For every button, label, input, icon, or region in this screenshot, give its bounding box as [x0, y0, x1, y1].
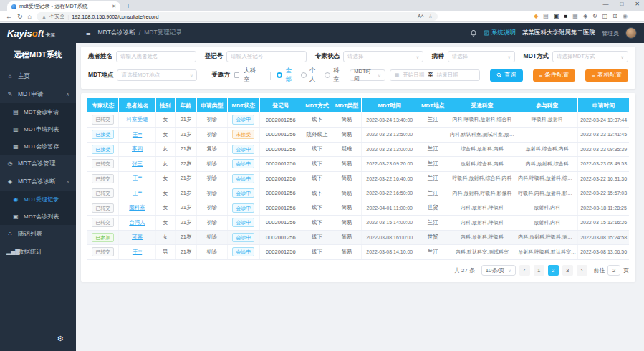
sidebar-submenu: ◉MDT受理记录▣MDT会诊列表	[0, 191, 76, 225]
disease-select[interactable]: 请选择∨	[448, 51, 515, 62]
column-header-invited[interactable]: 受邀科室	[448, 98, 516, 112]
collections-icon[interactable]: ⊞	[612, 14, 617, 19]
address-bar[interactable]: ▲ 不安全 | 192.168.0.156:9002/consultate/re…	[37, 12, 438, 21]
back-icon[interactable]: ←	[6, 14, 12, 20]
split-screen-icon[interactable]: ◫	[602, 14, 608, 19]
cell-invited: 放射科,综合科,内科	[448, 157, 516, 172]
sidebar-item-mdt-apply-list[interactable]: ▥MDT申请列表	[0, 120, 76, 138]
cell-age: 21岁	[175, 128, 196, 143]
column-header-apply_type[interactable]: 申请类型	[197, 98, 227, 112]
gear-icon[interactable]: ⚙	[57, 335, 64, 342]
column-header-expert[interactable]: 专家状态	[87, 98, 119, 112]
read-aloud-icon[interactable]: A˄	[418, 14, 424, 19]
browser-tab[interactable]: mdt受理记录 - 远程MDT系统 ✕	[7, 1, 120, 11]
patient-name-input[interactable]: 请输入患者姓名	[116, 51, 196, 62]
page-button-1[interactable]: 1	[534, 265, 544, 276]
column-header-sex[interactable]: 性别	[155, 98, 175, 112]
sidebar-item-mdt-record[interactable]: ◉MDT受理记录	[0, 191, 76, 208]
column-header-type[interactable]: MDT类型	[332, 98, 362, 112]
tab-close-icon[interactable]: ✕	[112, 4, 116, 9]
star-icon[interactable]: ☆	[428, 14, 433, 19]
goto-label: 前往	[594, 266, 605, 274]
sidebar-item-mdt-manage[interactable]: ◷MDT会诊管理	[0, 155, 76, 173]
register-no-input[interactable]: 请输入登记号	[226, 51, 307, 62]
system-help-link[interactable]: 系统说明	[484, 29, 516, 37]
radio-个人[interactable]	[301, 72, 307, 78]
minimize-icon[interactable]: —	[602, 1, 608, 7]
mdt-mode-select[interactable]: 请选择MDT方式∨	[552, 51, 628, 62]
sidebar-item-mdt-consult-draft[interactable]: ▦MDT会诊暂存	[0, 138, 76, 155]
close-icon[interactable]: ✕	[635, 1, 640, 7]
sidebar-item-mdt-consult-apply[interactable]: ▤MDT会诊申请	[0, 103, 76, 120]
sidebar-item-mdt-diagnosis[interactable]: ◈MDT会诊诊断∧	[0, 173, 76, 191]
patient-name-link[interactable]: 王**	[133, 190, 142, 196]
radio-label-全部[interactable]: 全部	[285, 67, 293, 84]
radio-label-个人[interactable]: 个人	[309, 67, 317, 84]
patient-name-link[interactable]: 可其	[132, 234, 143, 240]
sidebar-item-label: MDT会诊诊断	[18, 178, 55, 186]
big-dept-checkbox[interactable]	[234, 72, 239, 78]
sidebar-item-mdt-consult-list[interactable]: ▣MDT会诊列表	[0, 208, 76, 225]
extension-icon-4[interactable]: ■	[564, 14, 567, 19]
extension-icon-5[interactable]: ▦	[572, 14, 578, 19]
patient-name-link[interactable]: 张三	[132, 160, 143, 167]
radio-label-科室[interactable]: 科室	[333, 67, 341, 84]
sidebar-item-mdt-apply[interactable]: ✎MDT申请∧	[0, 85, 76, 103]
sync-icon[interactable]: ↻	[592, 14, 597, 19]
column-header-status[interactable]: MDT状态	[227, 98, 259, 112]
page-button-2[interactable]: 2	[548, 265, 559, 276]
cell-apply_type: 初诊	[197, 230, 227, 245]
date-range-picker[interactable]: ▦ 开始日期 至 结束日期	[390, 69, 480, 81]
column-header-time[interactable]: MDT时间	[361, 98, 418, 112]
avatar[interactable]	[625, 27, 637, 39]
patient-name-link[interactable]: 王**	[133, 249, 142, 255]
mdt-time-select[interactable]: MDT时间 ∨	[350, 69, 385, 81]
column-header-age[interactable]: 年龄	[175, 98, 196, 112]
home-icon[interactable]: ⌂	[28, 14, 32, 20]
sidebar-item-home[interactable]: ⌂主页	[0, 67, 76, 85]
sidebar: 远程MDT系统 ⌂主页✎MDT申请∧▤MDT会诊申请▥MDT申请列表▦MDT会诊…	[0, 43, 76, 351]
expert-status-select[interactable]: 请选择∨	[343, 51, 423, 62]
cell-apply_type: 初诊	[197, 216, 227, 231]
extension-icon-1[interactable]: ◆	[534, 14, 538, 19]
column-header-joined[interactable]: 参与科室	[516, 98, 578, 112]
cell-applied: 2022-03-24 13:37:44	[578, 112, 629, 128]
browser-profile-icon[interactable]: ◉	[623, 14, 628, 19]
collapse-menu-icon[interactable]: ≡	[86, 29, 90, 37]
prev-page-icon[interactable]: ‹	[519, 265, 530, 276]
more-icon[interactable]: ⋯	[633, 14, 638, 19]
page-size-select[interactable]: 10条/页 ∨	[481, 265, 516, 276]
patient-name-link[interactable]: 王**	[133, 175, 142, 181]
media-control-icon[interactable]: ◈	[583, 14, 587, 19]
sidebar-item-stats[interactable]: ▂▅▇数据统计	[0, 243, 76, 261]
goto-page-input[interactable]: 2	[607, 265, 620, 276]
mdt-place-select[interactable]: 请选择MDT地点 ∨	[117, 69, 197, 81]
extension-icon-3[interactable]: ▣	[554, 14, 559, 19]
maximize-icon[interactable]: □	[620, 1, 623, 7]
column-header-mode[interactable]: MDT方式	[302, 98, 332, 112]
table-config-button[interactable]: ≡ 表格配置	[585, 69, 628, 82]
big-dept-checkbox-label[interactable]: 大科室	[244, 67, 259, 84]
radio-科室[interactable]	[325, 72, 330, 78]
patient-name-link[interactable]: 科室受邀	[127, 116, 148, 122]
patient-name-link[interactable]: 台湾人	[129, 219, 145, 226]
cell-applied: 2022-03-08 15:24:58	[578, 230, 629, 245]
column-header-reg[interactable]: 登记号	[259, 98, 302, 112]
new-tab-button[interactable]: +	[126, 1, 130, 11]
extension-icon-2[interactable]: ▤	[543, 14, 549, 19]
bell-icon[interactable]	[470, 29, 477, 37]
patient-name-link[interactable]: 李四	[132, 145, 143, 152]
search-button[interactable]: 查询	[490, 69, 523, 82]
radio-全部[interactable]	[277, 72, 282, 78]
page-button-3[interactable]: 3	[562, 265, 573, 276]
reload-icon[interactable]: ↻	[17, 14, 23, 20]
breadcrumb-parent[interactable]: MDT会诊诊断	[97, 29, 135, 37]
column-header-place[interactable]: MDT地点	[418, 98, 448, 112]
column-header-name[interactable]: 患者姓名	[119, 98, 155, 112]
patient-name-link[interactable]: 王**	[133, 131, 142, 138]
next-page-icon[interactable]: ›	[577, 265, 587, 276]
condition-config-button[interactable]: ≡ 条件配置	[533, 69, 576, 82]
column-header-applied[interactable]: 申请时间	[578, 98, 629, 112]
sidebar-item-followup[interactable]: ∴随访列表	[0, 225, 76, 243]
patient-name-link[interactable]: 图科室	[129, 204, 145, 211]
